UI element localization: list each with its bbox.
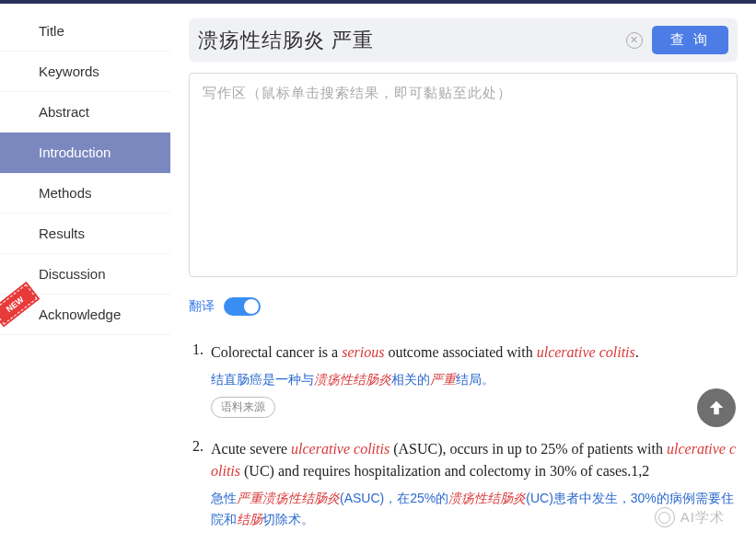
results-list: 1. Colorectal cancer is a serious outcom… <box>189 341 738 529</box>
result-number: 1. <box>189 341 211 418</box>
sidebar-item-title[interactable]: Title <box>0 11 170 52</box>
sidebar-item-results[interactable]: Results <box>0 214 170 254</box>
result-body: Colorectal cancer is a serious outcome a… <box>211 341 738 418</box>
search-input[interactable] <box>198 29 617 52</box>
sidebar-item-keywords[interactable]: Keywords <box>0 52 170 92</box>
sidebar: Title Keywords Abstract Introduction Met… <box>0 4 170 544</box>
toggle-knob <box>244 299 259 314</box>
translate-label: 翻译 <box>189 298 215 315</box>
sidebar-item-introduction[interactable]: Introduction <box>0 133 170 173</box>
sidebar-item-methods[interactable]: Methods <box>0 173 170 214</box>
result-item[interactable]: 1. Colorectal cancer is a serious outcom… <box>189 341 738 418</box>
writing-area[interactable] <box>189 73 738 277</box>
main-panel: ✕ 查 询 翻译 1. Colorectal cancer is a serio… <box>170 4 756 544</box>
result-english: Colorectal cancer is a serious outcome a… <box>211 341 738 364</box>
translate-row: 翻译 <box>189 297 738 316</box>
result-number: 2. <box>189 438 211 529</box>
result-english: Acute severe ulcerative colitis (ASUC), … <box>211 438 738 482</box>
arrow-up-icon <box>706 398 727 418</box>
watermark-text: AI学术 <box>680 509 725 527</box>
watermark: AI学术 <box>655 507 725 527</box>
clear-icon[interactable]: ✕ <box>626 32 643 49</box>
wechat-icon <box>655 507 675 527</box>
sidebar-item-abstract[interactable]: Abstract <box>0 92 170 133</box>
query-button[interactable]: 查 询 <box>652 26 728 54</box>
scroll-top-button[interactable] <box>697 388 736 427</box>
result-chinese: 结直肠癌是一种与溃疡性结肠炎相关的严重结局。 <box>211 369 738 389</box>
source-tag[interactable]: 语料来源 <box>211 397 275 418</box>
search-bar: ✕ 查 询 <box>189 18 738 62</box>
translate-toggle[interactable] <box>224 297 261 316</box>
